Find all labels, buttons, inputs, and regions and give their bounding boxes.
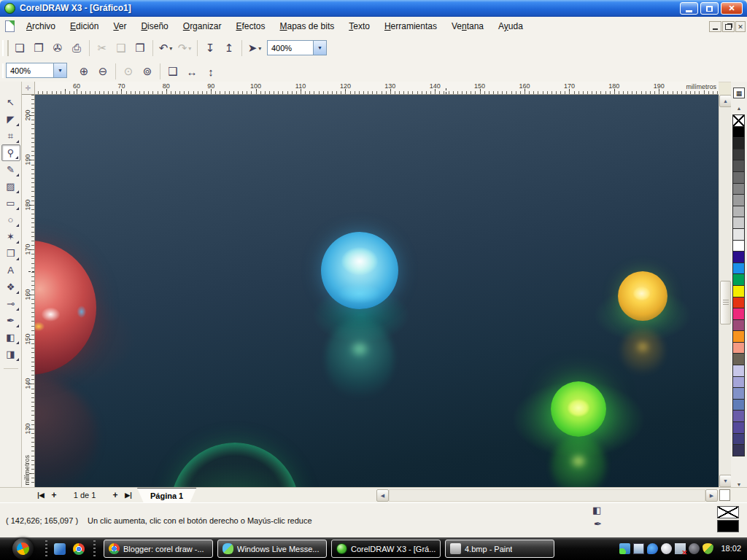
toolbar-grip[interactable] — [2, 40, 9, 56]
scroll-left-button[interactable]: ◀ — [376, 489, 389, 502]
minimize-button[interactable] — [680, 2, 698, 15]
weather-icon[interactable] — [647, 543, 658, 554]
zoom-page-height-button[interactable]: ↕ — [202, 63, 220, 80]
zoom-level-combo[interactable]: 400% ▼ — [267, 40, 327, 55]
zoom-all-objects-button[interactable]: ⊚ — [139, 63, 156, 80]
combo-arrow-icon[interactable]: ▼ — [53, 63, 66, 77]
messenger-icon[interactable] — [661, 543, 672, 554]
quick-launch-chrome-icon[interactable] — [73, 543, 85, 555]
dropdown-arrow-icon[interactable]: ▾ — [258, 45, 261, 52]
color-swatch[interactable] — [732, 126, 745, 139]
document-icon[interactable] — [5, 20, 15, 32]
color-swatch[interactable] — [732, 342, 745, 354]
undo-button[interactable]: ↶▾ — [157, 39, 174, 57]
drawing-canvas[interactable] — [35, 95, 719, 487]
vertical-ruler[interactable]: milímetros 200190180170160150140130 — [22, 95, 35, 487]
color-swatch[interactable] — [732, 273, 745, 286]
polygon-tool[interactable]: ✶ — [1, 228, 20, 245]
color-swatch[interactable] — [732, 365, 745, 377]
color-swatch[interactable] — [732, 319, 745, 332]
color-swatch[interactable] — [732, 444, 745, 456]
vertical-scrollbar-thumb[interactable] — [720, 281, 731, 324]
task-coreldraw[interactable]: CorelDRAW X3 - [Grá... — [331, 540, 441, 558]
add-page-before-button[interactable]: + — [48, 489, 60, 501]
color-swatch[interactable] — [732, 217, 745, 229]
quick-launch-grip[interactable] — [93, 540, 96, 557]
color-swatch[interactable] — [732, 251, 745, 263]
color-swatch[interactable] — [732, 137, 745, 149]
color-none-swatch[interactable] — [732, 114, 745, 127]
eyedropper-tool[interactable]: ⊸ — [1, 295, 20, 312]
color-swatch[interactable] — [732, 240, 745, 252]
open-button[interactable]: ❐ — [30, 39, 47, 57]
ruler-origin[interactable]: ✛ — [22, 82, 35, 95]
scroll-up-button[interactable]: ▲ — [719, 95, 732, 107]
menu-efectos[interactable]: Efectos — [228, 17, 272, 36]
import-button[interactable]: ↧ — [201, 39, 219, 57]
close-button[interactable]: ✕ — [721, 2, 743, 15]
network-error-icon[interactable] — [675, 543, 686, 554]
color-swatch[interactable] — [732, 410, 745, 422]
crop-tool[interactable]: ⌗ — [1, 128, 20, 144]
interactive-fill-tool[interactable]: ◨ — [1, 346, 20, 362]
palette-scroll-up-button[interactable]: ▲ — [733, 104, 745, 112]
mdi-restore-button[interactable] — [722, 21, 735, 32]
print-button[interactable]: ⎙ — [68, 39, 85, 57]
network-activity-icon[interactable] — [633, 543, 644, 554]
menu-ver[interactable]: Ver — [106, 17, 133, 36]
color-swatch[interactable] — [732, 387, 745, 400]
color-swatch[interactable] — [732, 183, 745, 195]
add-page-after-button[interactable]: + — [109, 489, 121, 501]
zoom-page-button[interactable]: ❑ — [164, 63, 182, 80]
first-page-button[interactable]: |◀ — [35, 489, 47, 501]
color-swatch[interactable] — [732, 206, 745, 218]
color-swatch[interactable] — [732, 433, 745, 446]
vertical-scrollbar[interactable]: ▲ ▼ — [719, 95, 731, 487]
interactive-blend-tool[interactable]: ❖ — [1, 279, 20, 295]
zoom-in-button[interactable]: ⊕ — [75, 63, 93, 80]
color-swatch[interactable] — [732, 171, 745, 184]
messenger-status-icon[interactable] — [619, 543, 630, 554]
color-swatch[interactable] — [732, 285, 745, 298]
color-swatch[interactable] — [732, 421, 745, 434]
basic-shapes-tool[interactable]: ❒ — [1, 245, 20, 262]
color-palette-options-icon[interactable]: ▦ — [733, 88, 745, 98]
pick-tool[interactable]: ↖ — [1, 94, 20, 111]
menu-mapas-de-bits[interactable]: Mapas de bits — [273, 17, 342, 36]
zoom-page-width-button[interactable]: ↔ — [183, 63, 201, 80]
outline-color-swatch[interactable] — [717, 520, 739, 532]
text-tool[interactable]: A — [1, 262, 20, 279]
application-launcher-button[interactable]: ➤▾ — [246, 39, 263, 57]
zoom-levels-combo[interactable]: 400% ▼ — [6, 63, 67, 78]
shape-tool[interactable]: ◤ — [1, 111, 20, 128]
menu-herramientas[interactable]: Herramientas — [377, 17, 444, 36]
scroll-right-button[interactable]: ▶ — [705, 489, 718, 502]
scroll-down-button[interactable]: ▼ — [719, 475, 732, 487]
new-button[interactable]: ❏ — [11, 39, 28, 57]
document-navigator-button[interactable] — [719, 489, 730, 501]
color-swatch[interactable] — [732, 160, 745, 172]
menu-texto[interactable]: Texto — [341, 17, 377, 36]
menu-organizar[interactable]: Organizar — [176, 17, 229, 36]
menu-archivo[interactable]: Archivo — [19, 17, 63, 36]
color-swatch[interactable] — [732, 330, 745, 343]
ellipse-tool[interactable]: ○ — [1, 211, 20, 228]
save-button[interactable]: ✇ — [49, 39, 66, 57]
maximize-button[interactable] — [700, 2, 719, 15]
outline-tool[interactable]: ✒ — [1, 312, 20, 329]
security-center-icon[interactable] — [703, 543, 713, 554]
task-paint[interactable]: 4.bmp - Paint — [445, 540, 554, 558]
page-tab[interactable]: Página 1 — [137, 488, 196, 503]
menu-edición[interactable]: Edición — [63, 17, 106, 36]
smart-fill-tool[interactable]: ▨ — [1, 178, 20, 195]
menu-ventana[interactable]: Ventana — [444, 17, 491, 36]
fill-tool[interactable]: ◧ — [1, 329, 20, 346]
dropdown-arrow-icon[interactable]: ▾ — [169, 45, 172, 52]
color-swatch[interactable] — [732, 228, 745, 241]
menu-diseño[interactable]: Diseño — [133, 17, 175, 36]
last-page-button[interactable]: ▶| — [123, 489, 134, 501]
fill-color-swatch[interactable] — [717, 506, 739, 518]
quick-launch-grip[interactable] — [45, 540, 47, 557]
quick-launch-messenger-icon[interactable] — [54, 543, 66, 555]
title-bar[interactable]: CorelDRAW X3 - [Gráfico1] ✕ — [0, 0, 747, 17]
